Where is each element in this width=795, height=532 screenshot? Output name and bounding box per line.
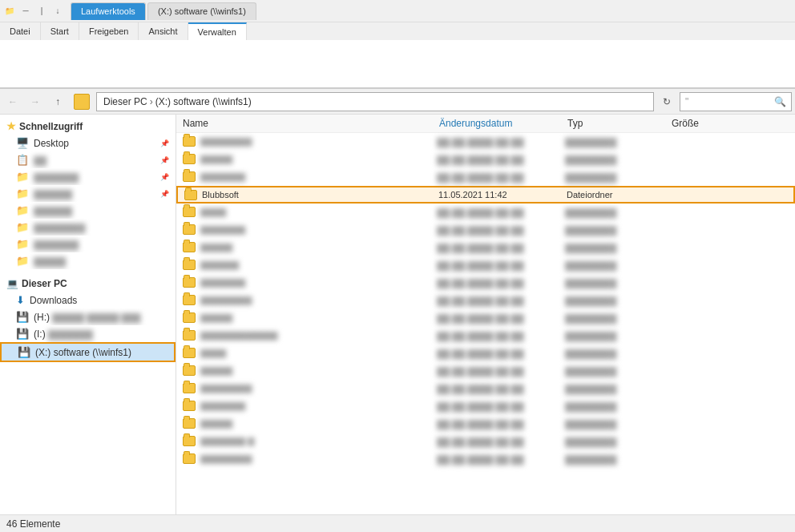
status-bar: 46 Elemente [0,514,795,532]
minimize-icon[interactable]: ─ [19,5,32,18]
folder-icon [183,330,196,341]
file-row-before-1[interactable]: ▓▓▓▓▓▓▓▓ ▓▓.▓▓.▓▓▓▓ ▓▓:▓▓ ▓▓▓▓▓▓▓▓ [176,133,795,151]
file-type: ▓▓▓▓▓▓▓▓ [565,208,669,217]
file-date: ▓▓.▓▓.▓▓▓▓ ▓▓:▓▓ [437,349,565,358]
tab-software[interactable]: (X:) software (\\winfs1) [147,2,256,20]
sidebar-item-quick-3[interactable]: 📁 ▓▓▓▓▓▓ 📌 [0,185,176,202]
sidebar-item-quick-4[interactable]: 📁 ▓▓▓▓▓▓ [0,202,176,219]
column-type[interactable]: Typ [567,118,672,129]
file-row-blubbsoft[interactable]: Blubbsoft 11.05.2021 11:42 Dateiordner [176,186,795,204]
file-name: ▓▓▓▓ [200,349,437,358]
search-box[interactable]: " 🔍 [680,92,792,111]
file-row-after-5[interactable]: ▓▓▓▓▓▓▓ ▓▓.▓▓.▓▓▓▓ ▓▓:▓▓ ▓▓▓▓▓▓▓▓ [176,274,795,292]
drive-h-letter: (H:) [34,312,50,323]
sidebar-item-drive-h[interactable]: 💾 (H:) ▓▓▓▓▓ ▓▓▓▓▓ ▓▓▓ [0,308,176,325]
file-date: ▓▓.▓▓.▓▓▓▓ ▓▓:▓▓ [437,419,565,429]
quick-access-icon[interactable]: ↓ [51,5,64,18]
blubbsoft-date: 11.05.2021 11:42 [438,190,567,200]
file-date: ▓▓.▓▓.▓▓▓▓ ▓▓:▓▓ [437,260,565,270]
sidebar-item-quick-7[interactable]: 📁 ▓▓▓▓▓ [0,252,176,269]
blubbsoft-name: Blubbsoft [202,190,438,200]
file-row-after-11[interactable]: ▓▓▓▓▓▓▓▓ ▓▓.▓▓.▓▓▓▓ ▓▓:▓▓ ▓▓▓▓▓▓▓▓ [176,380,795,397]
file-name: ▓▓▓▓ [200,208,437,217]
quick2-icon: 📁 [16,171,29,183]
desktop-icon: 🖥️ [16,137,29,149]
file-date: ▓▓.▓▓.▓▓▓▓ ▓▓:▓▓ [437,313,565,323]
file-name: ▓▓▓▓▓▓▓▓ [200,296,437,305]
address-path[interactable]: Dieser PC › (X:) software (\\winfs1) [96,92,654,111]
schnellzugriff-label: Schnellzugriff [19,121,83,132]
file-row-after-12[interactable]: ▓▓▓▓▓▓▓ ▓▓.▓▓.▓▓▓▓ ▓▓:▓▓ ▓▓▓▓▓▓▓▓ [176,397,795,415]
ribbon-tab-ansicht[interactable]: Ansicht [139,22,188,40]
file-type: ▓▓▓▓▓▓▓▓ [565,454,669,464]
quick3-label: ▓▓▓▓▓▓ [34,189,72,199]
folder-icon [183,224,196,235]
downloads-icon: ⬇ [16,294,25,306]
file-name: ▓▓▓▓▓▓▓ ▓ [200,437,437,446]
blubbsoft-folder-icon [184,190,197,200]
folder-icon [183,295,196,305]
refresh-button[interactable]: ↻ [657,92,676,111]
sidebar-item-desktop[interactable]: 🖥️ Desktop 📌 [0,135,176,151]
column-name[interactable]: Name [183,118,439,129]
file-row-after-14[interactable]: ▓▓▓▓▓▓▓ ▓ ▓▓.▓▓.▓▓▓▓ ▓▓:▓▓ ▓▓▓▓▓▓▓▓ [176,433,795,450]
file-row-after-3[interactable]: ▓▓▓▓▓ ▓▓.▓▓.▓▓▓▓ ▓▓:▓▓ ▓▓▓▓▓▓▓▓ [176,239,795,256]
folder-icon [183,207,196,217]
back-button[interactable]: ← [3,92,22,111]
file-row-after-2[interactable]: ▓▓▓▓▓▓▓ ▓▓.▓▓.▓▓▓▓ ▓▓:▓▓ ▓▓▓▓▓▓▓▓ [176,221,795,239]
sidebar-item-drive-x[interactable]: 💾 (X:) software (\\winfs1) [0,342,176,362]
file-row-after-6[interactable]: ▓▓▓▓▓▓▓▓ ▓▓.▓▓.▓▓▓▓ ▓▓:▓▓ ▓▓▓▓▓▓▓▓ [176,292,795,309]
file-name: ▓▓▓▓▓▓ [200,260,437,270]
address-bar: ← → ↑ Dieser PC › (X:) software (\\winfs… [0,89,795,115]
ribbon-tab-datei[interactable]: Datei [0,22,41,40]
file-name: ▓▓▓▓▓▓▓▓▓▓▓▓ [200,331,437,341]
ribbon-tab-start[interactable]: Start [41,22,79,40]
folder-icon [183,436,196,446]
sidebar-item-quick-6[interactable]: 📁 ▓▓▓▓▓▓▓ [0,236,176,252]
ribbon-tab-verwalten[interactable]: Verwalten [188,22,247,40]
file-type: ▓▓▓▓▓▓▓▓ [565,260,669,270]
column-date[interactable]: Änderungsdatum [439,118,567,129]
file-row-after-10[interactable]: ▓▓▓▓▓ ▓▓.▓▓.▓▓▓▓ ▓▓:▓▓ ▓▓▓▓▓▓▓▓ [176,362,795,380]
file-row-after-13[interactable]: ▓▓▓▓▓ ▓▓.▓▓.▓▓▓▓ ▓▓:▓▓ ▓▓▓▓▓▓▓▓ [176,415,795,433]
sidebar-item-downloads[interactable]: ⬇ Downloads [0,292,176,308]
quick4-icon: 📁 [16,204,29,216]
folder-icon [183,171,196,182]
file-row-before-3[interactable]: ▓▓▓▓▓▓▓ ▓▓.▓▓.▓▓▓▓ ▓▓:▓▓ ▓▓▓▓▓▓▓▓ [176,168,795,186]
sidebar-section-dieser-pc[interactable]: 💻 Dieser PC [0,276,176,292]
tab-software-label: (X:) software (\\winfs1) [158,6,246,16]
tab-laufwerktools[interactable]: Laufwerktools [71,2,146,20]
file-row-after-7[interactable]: ▓▓▓▓▓ ▓▓.▓▓.▓▓▓▓ ▓▓:▓▓ ▓▓▓▓▓▓▓▓ [176,309,795,327]
up-button[interactable]: ↑ [48,92,67,111]
file-type: ▓▓▓▓▓▓▓▓ [565,419,669,429]
sidebar-item-drive-i[interactable]: 💾 (I:) ▓▓▓▓▓▓▓ [0,325,176,342]
sidebar-item-quick-2[interactable]: 📁 ▓▓▓▓▓▓▓ 📌 [0,168,176,185]
sidebar: ★ Schnellzugriff 🖥️ Desktop 📌 📋 ▓▓ 📌 📁 ▓… [0,115,176,515]
quick2-label: ▓▓▓▓▓▓▓ [34,172,79,182]
sidebar-item-quick-1[interactable]: 📋 ▓▓ 📌 [0,151,176,168]
pc-icon: 💻 [6,278,18,289]
file-row-after-15[interactable]: ▓▓▓▓▓▓▓▓ ▓▓.▓▓.▓▓▓▓ ▓▓:▓▓ ▓▓▓▓▓▓▓▓ [176,450,795,468]
ribbon-tab-freigeben[interactable]: Freigeben [79,22,139,40]
column-size[interactable]: Größe [672,118,736,129]
downloads-label: Downloads [30,295,77,306]
file-row-before-2[interactable]: ▓▓▓▓▓ ▓▓.▓▓.▓▓▓▓ ▓▓:▓▓ ▓▓▓▓▓▓▓▓ [176,151,795,168]
file-date: ▓▓.▓▓.▓▓▓▓ ▓▓:▓▓ [437,155,565,164]
tab-laufwerktools-label: Laufwerktools [81,6,135,16]
folder-icon [183,453,196,464]
search-placeholder: " [685,96,688,107]
file-type: ▓▓▓▓▓▓▓▓ [565,437,669,446]
quick3-pin-icon: 📌 [160,190,169,198]
forward-button[interactable]: → [26,92,45,111]
file-type: ▓▓▓▓▓▓▓▓ [565,384,669,393]
sidebar-section-schnellzugriff[interactable]: ★ Schnellzugriff [0,118,176,135]
file-row-after-4[interactable]: ▓▓▓▓▓▓ ▓▓.▓▓.▓▓▓▓ ▓▓:▓▓ ▓▓▓▓▓▓▓▓ [176,256,795,274]
file-row-after-9[interactable]: ▓▓▓▓ ▓▓.▓▓.▓▓▓▓ ▓▓:▓▓ ▓▓▓▓▓▓▓▓ [176,345,795,362]
blubbsoft-type: Dateiordner [567,190,671,200]
file-row-after-8[interactable]: ▓▓▓▓▓▓▓▓▓▓▓▓ ▓▓.▓▓.▓▓▓▓ ▓▓:▓▓ ▓▓▓▓▓▓▓▓ [176,327,795,345]
path-drive-icon [74,94,90,110]
file-row-after-1[interactable]: ▓▓▓▓ ▓▓.▓▓.▓▓▓▓ ▓▓:▓▓ ▓▓▓▓▓▓▓▓ [176,204,795,221]
sidebar-item-quick-5[interactable]: 📁 ▓▓▓▓▓▓▓▓ [0,219,176,236]
title-bar: 📁 ─ | ↓ Laufwerktools (X:) software (\\w… [0,0,795,22]
ribbon: Datei Start Freigeben Ansicht Verwalten [0,22,795,89]
